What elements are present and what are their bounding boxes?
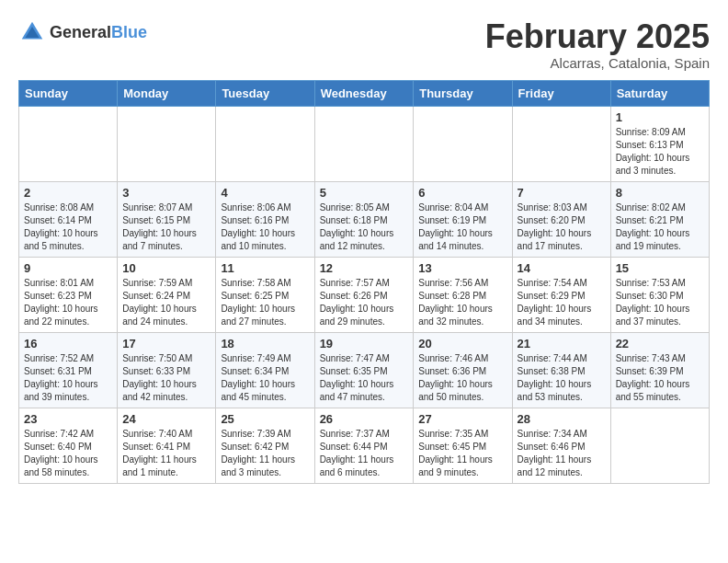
week-row-4: 23Sunrise: 7:42 AM Sunset: 6:40 PM Dayli… bbox=[19, 408, 710, 483]
day-number: 13 bbox=[418, 261, 506, 275]
day-number: 19 bbox=[320, 337, 409, 350]
day-info: Sunrise: 7:42 AM Sunset: 6:40 PM Dayligh… bbox=[24, 428, 112, 479]
day-info: Sunrise: 7:52 AM Sunset: 6:31 PM Dayligh… bbox=[24, 352, 112, 404]
header-thursday: Thursday bbox=[414, 80, 512, 106]
calendar-table: Sunday Monday Tuesday Wednesday Thursday… bbox=[18, 80, 710, 484]
day-info: Sunrise: 7:57 AM Sunset: 6:26 PM Dayligh… bbox=[320, 277, 409, 328]
table-cell: 22Sunrise: 7:43 AM Sunset: 6:39 PM Dayli… bbox=[610, 332, 709, 408]
week-row-1: 2Sunrise: 8:08 AM Sunset: 6:14 PM Daylig… bbox=[19, 181, 710, 257]
day-info: Sunrise: 8:03 AM Sunset: 6:20 PM Dayligh… bbox=[518, 201, 606, 253]
day-info: Sunrise: 7:44 AM Sunset: 6:38 PM Dayligh… bbox=[518, 352, 606, 404]
table-cell: 25Sunrise: 7:39 AM Sunset: 6:42 PM Dayli… bbox=[216, 408, 314, 483]
table-cell bbox=[216, 106, 314, 181]
day-info: Sunrise: 8:04 AM Sunset: 6:19 PM Dayligh… bbox=[418, 201, 506, 253]
table-cell: 2Sunrise: 8:08 AM Sunset: 6:14 PM Daylig… bbox=[19, 181, 118, 257]
table-cell: 28Sunrise: 7:34 AM Sunset: 6:46 PM Dayli… bbox=[512, 408, 610, 483]
day-number: 6 bbox=[418, 186, 506, 200]
day-number: 18 bbox=[221, 337, 309, 350]
day-info: Sunrise: 7:39 AM Sunset: 6:42 PM Dayligh… bbox=[221, 428, 309, 479]
day-number: 16 bbox=[24, 337, 112, 350]
table-cell: 26Sunrise: 7:37 AM Sunset: 6:44 PM Dayli… bbox=[314, 408, 414, 483]
day-info: Sunrise: 7:43 AM Sunset: 6:39 PM Dayligh… bbox=[616, 352, 704, 404]
table-cell bbox=[19, 106, 118, 181]
header-sunday: Sunday bbox=[19, 80, 118, 106]
day-info: Sunrise: 7:40 AM Sunset: 6:41 PM Dayligh… bbox=[122, 428, 210, 479]
day-info: Sunrise: 7:53 AM Sunset: 6:30 PM Dayligh… bbox=[616, 277, 704, 328]
table-cell: 18Sunrise: 7:49 AM Sunset: 6:34 PM Dayli… bbox=[216, 332, 314, 408]
day-number: 1 bbox=[616, 110, 704, 124]
day-info: Sunrise: 7:37 AM Sunset: 6:44 PM Dayligh… bbox=[320, 428, 409, 479]
day-info: Sunrise: 8:06 AM Sunset: 6:16 PM Dayligh… bbox=[221, 201, 309, 253]
day-info: Sunrise: 8:09 AM Sunset: 6:13 PM Dayligh… bbox=[616, 126, 704, 178]
table-cell: 15Sunrise: 7:53 AM Sunset: 6:30 PM Dayli… bbox=[610, 257, 709, 332]
table-cell: 23Sunrise: 7:42 AM Sunset: 6:40 PM Dayli… bbox=[19, 408, 118, 483]
day-number: 27 bbox=[418, 412, 506, 426]
day-number: 12 bbox=[320, 261, 409, 275]
table-cell: 11Sunrise: 7:58 AM Sunset: 6:25 PM Dayli… bbox=[216, 257, 314, 332]
title-block: February 2025 Alcarras, Catalonia, Spain bbox=[485, 18, 710, 71]
day-number: 4 bbox=[221, 186, 309, 200]
day-info: Sunrise: 7:49 AM Sunset: 6:34 PM Dayligh… bbox=[221, 352, 309, 404]
day-number: 9 bbox=[24, 261, 112, 275]
day-number: 11 bbox=[221, 261, 309, 275]
logo-icon bbox=[18, 18, 46, 46]
header-saturday: Saturday bbox=[610, 80, 709, 106]
table-cell: 7Sunrise: 8:03 AM Sunset: 6:20 PM Daylig… bbox=[512, 181, 610, 257]
week-row-3: 16Sunrise: 7:52 AM Sunset: 6:31 PM Dayli… bbox=[19, 332, 710, 408]
day-info: Sunrise: 7:58 AM Sunset: 6:25 PM Dayligh… bbox=[221, 277, 309, 328]
day-number: 7 bbox=[518, 186, 606, 200]
page-header: GeneralBlue February 2025 Alcarras, Cata… bbox=[18, 18, 710, 71]
table-cell bbox=[512, 106, 610, 181]
day-number: 10 bbox=[122, 261, 210, 275]
table-cell: 14Sunrise: 7:54 AM Sunset: 6:29 PM Dayli… bbox=[512, 257, 610, 332]
table-cell: 24Sunrise: 7:40 AM Sunset: 6:41 PM Dayli… bbox=[118, 408, 216, 483]
table-cell bbox=[610, 408, 709, 483]
day-info: Sunrise: 8:02 AM Sunset: 6:21 PM Dayligh… bbox=[616, 201, 704, 253]
table-cell bbox=[414, 106, 512, 181]
table-cell: 4Sunrise: 8:06 AM Sunset: 6:16 PM Daylig… bbox=[216, 181, 314, 257]
table-cell: 8Sunrise: 8:02 AM Sunset: 6:21 PM Daylig… bbox=[610, 181, 709, 257]
day-info: Sunrise: 8:01 AM Sunset: 6:23 PM Dayligh… bbox=[24, 277, 112, 328]
header-monday: Monday bbox=[118, 80, 216, 106]
table-cell: 1Sunrise: 8:09 AM Sunset: 6:13 PM Daylig… bbox=[610, 106, 709, 181]
day-number: 20 bbox=[418, 337, 506, 350]
day-number: 28 bbox=[518, 412, 606, 426]
day-info: Sunrise: 8:07 AM Sunset: 6:15 PM Dayligh… bbox=[122, 201, 210, 253]
logo-text-blue: Blue bbox=[111, 23, 147, 41]
logo-text-general: General bbox=[50, 23, 111, 41]
day-number: 14 bbox=[518, 261, 606, 275]
weekday-header-row: Sunday Monday Tuesday Wednesday Thursday… bbox=[19, 80, 710, 106]
day-number: 21 bbox=[518, 337, 606, 350]
table-cell: 5Sunrise: 8:05 AM Sunset: 6:18 PM Daylig… bbox=[314, 181, 414, 257]
day-number: 5 bbox=[320, 186, 409, 200]
header-tuesday: Tuesday bbox=[216, 80, 314, 106]
day-info: Sunrise: 7:47 AM Sunset: 6:35 PM Dayligh… bbox=[320, 352, 409, 404]
week-row-0: 1Sunrise: 8:09 AM Sunset: 6:13 PM Daylig… bbox=[19, 106, 710, 181]
table-cell: 20Sunrise: 7:46 AM Sunset: 6:36 PM Dayli… bbox=[414, 332, 512, 408]
week-row-2: 9Sunrise: 8:01 AM Sunset: 6:23 PM Daylig… bbox=[19, 257, 710, 332]
table-cell: 27Sunrise: 7:35 AM Sunset: 6:45 PM Dayli… bbox=[414, 408, 512, 483]
table-cell: 6Sunrise: 8:04 AM Sunset: 6:19 PM Daylig… bbox=[414, 181, 512, 257]
day-number: 22 bbox=[616, 337, 704, 350]
day-info: Sunrise: 7:34 AM Sunset: 6:46 PM Dayligh… bbox=[518, 428, 606, 479]
table-cell: 10Sunrise: 7:59 AM Sunset: 6:24 PM Dayli… bbox=[118, 257, 216, 332]
day-info: Sunrise: 8:08 AM Sunset: 6:14 PM Dayligh… bbox=[24, 201, 112, 253]
table-cell: 16Sunrise: 7:52 AM Sunset: 6:31 PM Dayli… bbox=[19, 332, 118, 408]
table-cell: 12Sunrise: 7:57 AM Sunset: 6:26 PM Dayli… bbox=[314, 257, 414, 332]
table-cell bbox=[314, 106, 414, 181]
day-number: 23 bbox=[24, 412, 112, 426]
header-wednesday: Wednesday bbox=[314, 80, 414, 106]
day-info: Sunrise: 7:35 AM Sunset: 6:45 PM Dayligh… bbox=[418, 428, 506, 479]
table-cell: 3Sunrise: 8:07 AM Sunset: 6:15 PM Daylig… bbox=[118, 181, 216, 257]
table-cell: 19Sunrise: 7:47 AM Sunset: 6:35 PM Dayli… bbox=[314, 332, 414, 408]
table-cell: 21Sunrise: 7:44 AM Sunset: 6:38 PM Dayli… bbox=[512, 332, 610, 408]
day-info: Sunrise: 7:59 AM Sunset: 6:24 PM Dayligh… bbox=[122, 277, 210, 328]
day-number: 17 bbox=[122, 337, 210, 350]
month-year: February 2025 bbox=[485, 18, 710, 55]
location: Alcarras, Catalonia, Spain bbox=[485, 55, 710, 71]
day-number: 24 bbox=[122, 412, 210, 426]
table-cell: 17Sunrise: 7:50 AM Sunset: 6:33 PM Dayli… bbox=[118, 332, 216, 408]
table-cell: 13Sunrise: 7:56 AM Sunset: 6:28 PM Dayli… bbox=[414, 257, 512, 332]
day-number: 15 bbox=[616, 261, 704, 275]
logo: GeneralBlue bbox=[18, 18, 147, 46]
